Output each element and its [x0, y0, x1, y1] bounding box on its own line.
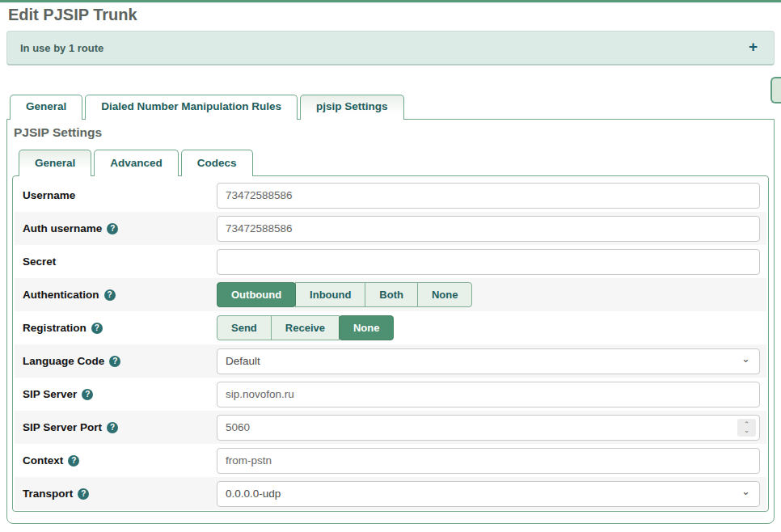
side-flyout-button[interactable] — [770, 77, 781, 103]
auth-username-label: Auth username — [23, 222, 102, 234]
chevron-down-icon: ⌄ — [741, 353, 750, 365]
authentication-option-none[interactable]: None — [417, 282, 473, 307]
in-use-notice-text: In use by 1 route — [20, 42, 103, 54]
form-row: Username — [15, 179, 766, 212]
transport-select[interactable]: 0.0.0.0-udp⌄ — [217, 481, 760, 507]
field-label: Authentication? — [15, 289, 217, 301]
page-title: Edit PJSIP Trunk — [8, 6, 137, 24]
help-icon[interactable]: ? — [91, 323, 103, 334]
help-icon[interactable]: ? — [107, 223, 118, 234]
help-icon[interactable]: ? — [82, 389, 93, 400]
help-icon[interactable]: ? — [107, 422, 118, 433]
chevron-down-icon: ⌄ — [741, 485, 750, 497]
sip-server-port-label: SIP Server Port — [23, 421, 102, 433]
number-spinner[interactable]: ⌃⌄ — [737, 419, 756, 437]
field-control: SendReceiveNone — [217, 315, 766, 340]
subtab-advanced[interactable]: Advanced — [94, 150, 179, 176]
help-icon[interactable]: ? — [104, 289, 116, 301]
help-icon[interactable]: ? — [109, 356, 120, 367]
language-code-select[interactable]: Default⌄ — [217, 348, 760, 374]
pjsip-sub-tab-bar: GeneralAdvancedCodecs — [19, 150, 255, 176]
form-row: SIP Server? — [15, 378, 766, 411]
edit-pjsip-trunk-page: Edit PJSIP Trunk In use by 1 route + Gen… — [0, 0, 781, 532]
field-label: Auth username? — [15, 222, 217, 234]
authentication-option-both[interactable]: Both — [365, 282, 418, 307]
tab-general[interactable]: General — [10, 95, 82, 120]
authentication-option-outbound[interactable]: Outbound — [217, 282, 296, 307]
expand-plus-icon[interactable]: + — [749, 38, 758, 56]
language-code-selected-value: Default — [226, 355, 260, 367]
form-row: Registration?SendReceiveNone — [15, 311, 766, 344]
panel-heading: PJSIP Settings — [14, 125, 102, 140]
field-control: 0.0.0.0-udp⌄ — [217, 481, 766, 507]
form-row: SIP Server Port?⌃⌄ — [15, 411, 766, 444]
sip-server-port-number-field: ⌃⌄ — [217, 415, 760, 441]
form-row: Transport?0.0.0.0-udp⌄ — [15, 477, 766, 510]
auth-username-input[interactable] — [217, 216, 760, 242]
field-label: Secret — [15, 255, 217, 268]
in-use-notice[interactable]: In use by 1 route + — [6, 31, 775, 65]
form-row: Authentication?OutboundInboundBothNone — [15, 278, 766, 311]
form-row: Secret — [15, 245, 766, 278]
tab-dialed-number-manipulation-rules[interactable]: Dialed Number Manipulation Rules — [85, 95, 298, 120]
authentication-button-group: OutboundInboundBothNone — [217, 282, 472, 307]
trunk-tab-bar: GeneralDialed Number Manipulation Rulesp… — [10, 95, 407, 120]
subtab-codecs[interactable]: Codecs — [181, 150, 253, 176]
registration-label: Registration — [23, 322, 87, 334]
field-label: Language Code? — [15, 355, 217, 367]
context-input[interactable] — [217, 448, 760, 474]
sip-server-input[interactable] — [217, 382, 760, 407]
transport-selected-value: 0.0.0.0-udp — [226, 488, 281, 500]
transport-label: Transport — [23, 488, 73, 500]
sip-server-label: SIP Server — [23, 388, 77, 400]
field-label: Registration? — [15, 322, 217, 334]
field-control: ⌃⌄ — [217, 415, 766, 441]
form-row: Context? — [15, 444, 766, 477]
secret-input[interactable] — [217, 249, 760, 275]
language-code-label: Language Code — [23, 355, 104, 367]
context-label: Context — [23, 454, 63, 467]
field-label: Username — [15, 189, 217, 201]
field-control: Default⌄ — [217, 348, 766, 374]
username-input[interactable] — [217, 183, 760, 209]
form-row: Auth username? — [15, 212, 766, 245]
secret-label: Secret — [23, 255, 56, 268]
registration-option-none[interactable]: None — [339, 315, 395, 340]
tab-pjsip-settings[interactable]: pjsip Settings — [300, 95, 404, 120]
form-row: Language Code?Default⌄ — [15, 344, 766, 378]
field-label: Context? — [15, 454, 217, 467]
field-control — [217, 183, 766, 209]
field-label: SIP Server Port? — [15, 421, 217, 433]
registration-option-receive[interactable]: Receive — [271, 315, 340, 340]
username-label: Username — [23, 189, 75, 201]
sip-server-port-input[interactable] — [217, 415, 760, 441]
field-control — [217, 382, 766, 407]
field-control — [217, 448, 766, 474]
spinner-down-icon[interactable]: ⌄ — [744, 428, 750, 433]
subtab-general[interactable]: General — [19, 150, 91, 176]
field-label: Transport? — [15, 488, 217, 500]
authentication-option-inbound[interactable]: Inbound — [295, 282, 365, 307]
pjsip-general-form: UsernameAuth username?SecretAuthenticati… — [12, 175, 769, 512]
field-control — [217, 216, 766, 242]
registration-option-send[interactable]: Send — [217, 315, 272, 340]
field-control: OutboundInboundBothNone — [217, 282, 766, 307]
field-control — [217, 249, 766, 275]
registration-button-group: SendReceiveNone — [217, 315, 394, 340]
help-icon[interactable]: ? — [68, 455, 79, 467]
help-icon[interactable]: ? — [78, 488, 89, 500]
authentication-label: Authentication — [23, 289, 99, 301]
pjsip-settings-panel: PJSIP Settings GeneralAdvancedCodecs Use… — [6, 119, 775, 524]
field-label: SIP Server? — [15, 388, 217, 400]
page-accent-line — [0, 0, 781, 2]
